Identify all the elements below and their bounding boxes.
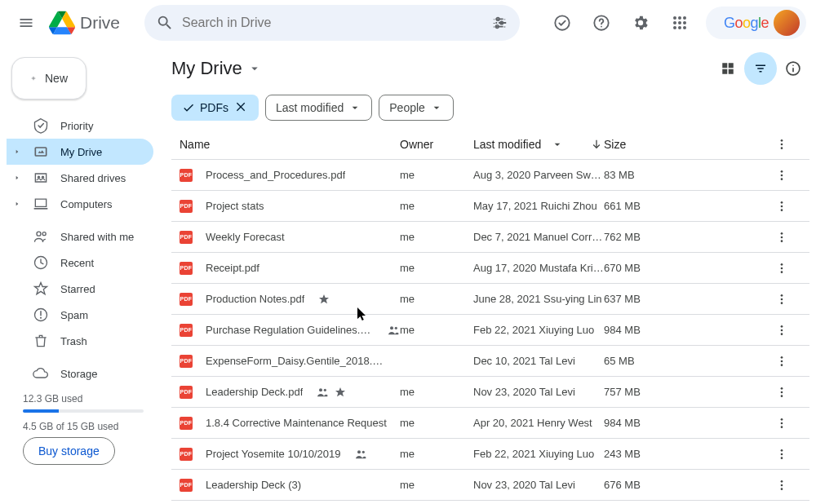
svg-point-45 <box>781 325 783 328</box>
cell-size: 762 MB <box>604 231 767 243</box>
avatar[interactable] <box>774 10 800 36</box>
row-more-button[interactable] <box>767 293 796 306</box>
filter-toggle-button[interactable] <box>744 52 777 85</box>
col-more[interactable] <box>767 138 796 151</box>
sidebar-item-storage[interactable]: Storage <box>7 360 153 387</box>
col-modified[interactable]: Last modified <box>473 138 604 151</box>
account-switcher[interactable]: Google <box>706 7 806 39</box>
table-row[interactable]: PDFLeadership Deck (3)meNov 23, 2020 Tal… <box>171 470 809 501</box>
cell-size: 757 MB <box>604 386 767 398</box>
svg-point-39 <box>781 271 783 273</box>
search-input[interactable] <box>182 15 482 30</box>
apps-button[interactable] <box>663 7 696 39</box>
row-more-button[interactable] <box>767 169 796 182</box>
table-row[interactable]: PDFProject Yosemite 10/10/2019meFeb 22, … <box>171 439 809 470</box>
sidebar-item-shared-drives[interactable]: Shared drives <box>7 165 153 191</box>
svg-point-14 <box>683 26 686 29</box>
details-pane-button[interactable] <box>777 52 809 85</box>
shared-drives-icon <box>33 170 49 186</box>
svg-point-61 <box>781 449 783 452</box>
settings-button[interactable] <box>624 7 657 39</box>
table-row[interactable]: PDFProcess_and_Procedures.pdfmeAug 3, 20… <box>171 160 809 191</box>
svg-point-51 <box>319 388 322 391</box>
row-more-button[interactable] <box>767 479 796 492</box>
grid-view-button[interactable] <box>712 52 744 85</box>
cell-modified: Dec 10, 2021 Tal Levi <box>473 355 604 367</box>
svg-point-63 <box>781 457 783 459</box>
col-name[interactable]: Name <box>171 138 400 151</box>
recent-icon <box>33 254 49 271</box>
new-button[interactable]: New <box>11 57 86 99</box>
filter-chip-people[interactable]: People <box>379 95 454 121</box>
pdf-icon: PDF <box>180 448 193 461</box>
svg-point-55 <box>781 395 783 397</box>
cell-owner: me <box>400 479 473 491</box>
sidebar-item-starred[interactable]: Starred <box>7 276 153 302</box>
file-name: Purchase Regulation Guidelines.pdf <box>206 324 374 336</box>
cell-size: 661 MB <box>604 200 767 212</box>
sidebar-item-label: Starred <box>60 283 95 295</box>
table-row[interactable]: PDFLeadership Deck.pdfmeNov 23, 2020 Tal… <box>171 377 809 408</box>
offline-status-button[interactable] <box>546 7 579 39</box>
buy-storage-button[interactable]: Buy storage <box>23 437 115 465</box>
kebab-icon <box>775 200 788 213</box>
table-row[interactable]: PDFProduction Notes.pdfmeJune 28, 2021 S… <box>171 284 809 315</box>
row-more-button[interactable] <box>767 448 796 461</box>
sidebar-item-trash[interactable]: Trash <box>7 328 153 354</box>
col-owner[interactable]: Owner <box>400 138 473 151</box>
drive-logo[interactable]: Drive <box>49 10 120 36</box>
svg-point-28 <box>781 170 783 173</box>
svg-point-53 <box>781 387 783 390</box>
cell-owner: me <box>400 324 473 336</box>
search-options-icon[interactable] <box>490 14 508 32</box>
cell-modified: May 17, 2021 Ruichi Zhou <box>473 200 604 212</box>
sidebar-item-priority[interactable]: Priority <box>7 113 153 139</box>
cell-modified: Feb 22, 2021 Xiuying Luo <box>473 448 604 460</box>
table-row[interactable]: PDFWeekly ForecastmeDec 7, 2021 Manuel C… <box>171 222 809 253</box>
svg-point-9 <box>673 21 676 24</box>
row-more-button[interactable] <box>767 355 796 368</box>
my-drive-icon <box>33 144 49 160</box>
svg-point-42 <box>781 302 783 304</box>
close-icon <box>235 100 248 113</box>
svg-point-29 <box>781 174 783 176</box>
cell-modified: Feb 22, 2021 Xiuying Luo <box>473 324 604 336</box>
pdf-icon: PDF <box>180 262 193 275</box>
folder-title-button[interactable]: My Drive <box>171 58 262 79</box>
menu-icon <box>18 15 34 31</box>
row-more-button[interactable] <box>767 324 796 337</box>
sidebar-item-shared-with-me[interactable]: Shared with me <box>7 223 153 250</box>
sidebar-item-spam[interactable]: Spam <box>7 302 153 328</box>
table-row[interactable]: PDFProject statsmeMay 17, 2021 Ruichi Zh… <box>171 191 809 222</box>
chevron-down-icon <box>348 101 361 114</box>
support-button[interactable] <box>585 7 618 39</box>
clear-type-filter[interactable] <box>235 100 248 116</box>
svg-point-7 <box>678 16 681 20</box>
table-row[interactable]: PDF1.8.4 Corrective Maintenance Requestm… <box>171 408 809 439</box>
filter-chip-modified[interactable]: Last modified <box>265 95 372 121</box>
col-size[interactable]: Size <box>604 138 767 151</box>
filter-chips: PDFs Last modified People <box>171 91 809 129</box>
sidebar-item-computers[interactable]: Computers <box>7 191 153 217</box>
cell-size: 984 MB <box>604 417 767 429</box>
row-more-button[interactable] <box>767 200 796 213</box>
svg-point-50 <box>781 364 783 366</box>
sidebar-item-label: My Drive <box>60 146 102 158</box>
row-more-button[interactable] <box>767 231 796 244</box>
storage-used-main: 12.3 GB used <box>23 393 144 405</box>
kebab-icon <box>775 231 788 244</box>
row-more-button[interactable] <box>767 417 796 430</box>
chevron-down-icon <box>430 101 443 114</box>
search-box[interactable] <box>144 5 520 41</box>
filter-chip-type[interactable]: PDFs <box>171 95 259 121</box>
table-row[interactable]: PDFReceipt.pdfmeAug 17, 2020 Mustafa Kri… <box>171 253 809 284</box>
sidebar-item-my-drive[interactable]: My Drive <box>7 139 153 165</box>
row-more-button[interactable] <box>767 262 796 275</box>
row-more-button[interactable] <box>767 386 796 399</box>
table-row[interactable]: PDFPurchase Regulation Guidelines.pdfmeF… <box>171 315 809 346</box>
sidebar-item-recent[interactable]: Recent <box>7 250 153 276</box>
file-name: Leadership Deck (3) <box>206 479 301 491</box>
table-row[interactable]: PDFExpenseForm_Daisy.Gentile_2018.pdfDec… <box>171 346 809 377</box>
svg-point-31 <box>781 201 783 204</box>
main-menu-button[interactable] <box>10 7 42 39</box>
